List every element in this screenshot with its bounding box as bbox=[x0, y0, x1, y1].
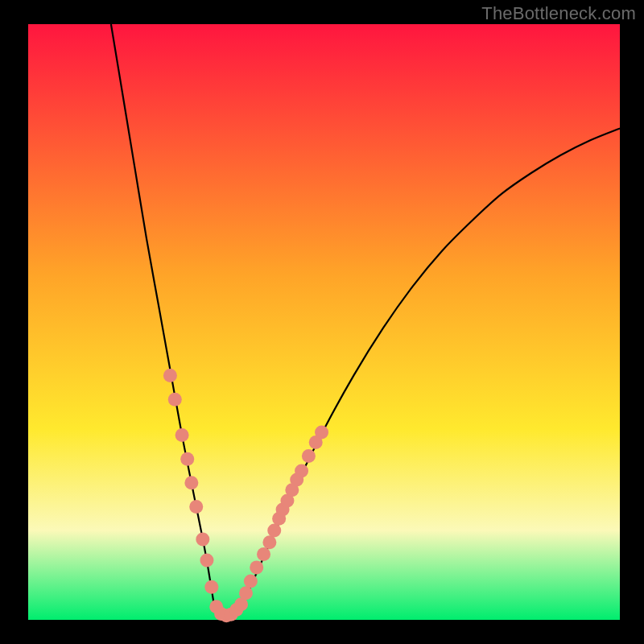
data-marker bbox=[200, 554, 213, 568]
data-marker bbox=[262, 535, 276, 549]
data-marker bbox=[180, 452, 194, 466]
data-marker bbox=[196, 533, 209, 547]
data-marker bbox=[250, 560, 263, 574]
data-marker bbox=[302, 449, 316, 463]
data-marker bbox=[239, 586, 253, 600]
data-marker bbox=[189, 500, 203, 514]
chart-frame: TheBottleneck.com bbox=[0, 0, 644, 644]
data-marker bbox=[295, 464, 308, 478]
data-marker bbox=[175, 428, 189, 442]
plot-area bbox=[28, 24, 620, 620]
data-marker bbox=[315, 425, 328, 439]
data-marker bbox=[168, 393, 182, 407]
data-marker bbox=[257, 547, 270, 561]
data-marker bbox=[163, 369, 177, 382]
bottleneck-chart bbox=[0, 0, 644, 644]
data-marker bbox=[184, 476, 198, 489]
data-marker bbox=[204, 580, 218, 594]
data-marker bbox=[267, 524, 281, 538]
data-marker bbox=[244, 574, 258, 588]
